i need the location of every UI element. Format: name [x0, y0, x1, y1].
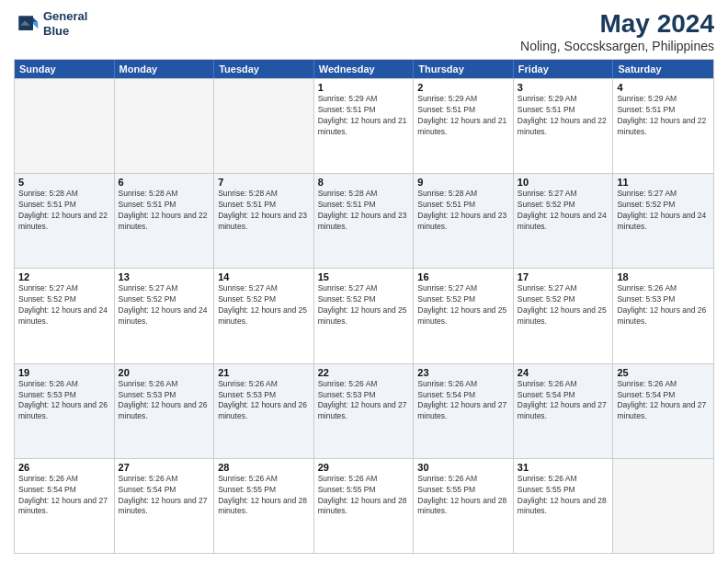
cell-sun-info: Sunrise: 5:27 AM Sunset: 5:52 PM Dayligh…: [518, 189, 609, 233]
cell-sun-info: Sunrise: 5:26 AM Sunset: 5:54 PM Dayligh…: [18, 474, 110, 518]
empty-cell: [115, 79, 215, 173]
cell-sun-info: Sunrise: 5:27 AM Sunset: 5:52 PM Dayligh…: [518, 283, 609, 327]
cell-sun-info: Sunrise: 5:27 AM Sunset: 5:52 PM Dayligh…: [119, 283, 210, 327]
cell-day-number: 19: [18, 367, 110, 378]
calendar-page: General Blue May 2024 Noling, Soccsksarg…: [0, 0, 728, 563]
cell-sun-info: Sunrise: 5:28 AM Sunset: 5:51 PM Dayligh…: [18, 189, 110, 233]
month-title: May 2024: [520, 9, 714, 39]
calendar-row: 5Sunrise: 5:28 AM Sunset: 5:51 PM Daylig…: [15, 173, 713, 268]
weekday-header: Wednesday: [314, 60, 415, 78]
calendar: SundayMondayTuesdayWednesdayThursdayFrid…: [14, 59, 714, 554]
cell-sun-info: Sunrise: 5:27 AM Sunset: 5:52 PM Dayligh…: [617, 189, 710, 233]
calendar-header: SundayMondayTuesdayWednesdayThursdayFrid…: [15, 60, 713, 78]
cell-day-number: 11: [617, 177, 710, 188]
cell-sun-info: Sunrise: 5:26 AM Sunset: 5:53 PM Dayligh…: [617, 283, 710, 327]
cell-day-number: 7: [218, 177, 310, 188]
cell-sun-info: Sunrise: 5:26 AM Sunset: 5:55 PM Dayligh…: [218, 474, 310, 518]
calendar-cell: 26Sunrise: 5:26 AM Sunset: 5:54 PM Dayli…: [15, 459, 115, 553]
empty-cell: [613, 459, 713, 553]
calendar-cell: 14Sunrise: 5:27 AM Sunset: 5:52 PM Dayli…: [214, 269, 314, 362]
weekday-header: Sunday: [15, 60, 115, 78]
calendar-cell: 17Sunrise: 5:27 AM Sunset: 5:52 PM Dayli…: [514, 269, 614, 362]
calendar-cell: 16Sunrise: 5:27 AM Sunset: 5:52 PM Dayli…: [414, 269, 514, 362]
cell-sun-info: Sunrise: 5:26 AM Sunset: 5:54 PM Dayligh…: [417, 379, 509, 423]
calendar-row: 12Sunrise: 5:27 AM Sunset: 5:52 PM Dayli…: [15, 268, 713, 362]
calendar-cell: 23Sunrise: 5:26 AM Sunset: 5:54 PM Dayli…: [414, 364, 514, 458]
cell-day-number: 14: [218, 271, 310, 282]
calendar-cell: 24Sunrise: 5:26 AM Sunset: 5:54 PM Dayli…: [514, 364, 614, 458]
calendar-row: 1Sunrise: 5:29 AM Sunset: 5:51 PM Daylig…: [15, 78, 713, 173]
cell-sun-info: Sunrise: 5:28 AM Sunset: 5:51 PM Dayligh…: [119, 189, 210, 233]
cell-day-number: 25: [617, 367, 710, 378]
calendar-cell: 2Sunrise: 5:29 AM Sunset: 5:51 PM Daylig…: [414, 79, 514, 173]
cell-day-number: 15: [318, 271, 410, 282]
cell-day-number: 20: [119, 367, 210, 378]
cell-day-number: 24: [518, 367, 609, 378]
cell-day-number: 5: [18, 177, 110, 188]
calendar-cell: 12Sunrise: 5:27 AM Sunset: 5:52 PM Dayli…: [15, 269, 115, 362]
logo: General Blue: [14, 9, 87, 38]
cell-day-number: 31: [518, 462, 609, 473]
cell-day-number: 12: [18, 271, 110, 282]
cell-sun-info: Sunrise: 5:29 AM Sunset: 5:51 PM Dayligh…: [318, 94, 410, 138]
calendar-cell: 11Sunrise: 5:27 AM Sunset: 5:52 PM Dayli…: [613, 174, 713, 268]
calendar-cell: 20Sunrise: 5:26 AM Sunset: 5:53 PM Dayli…: [115, 364, 215, 458]
weekday-header: Saturday: [613, 60, 713, 78]
cell-day-number: 2: [417, 82, 509, 93]
calendar-cell: 31Sunrise: 5:26 AM Sunset: 5:55 PM Dayli…: [514, 459, 614, 553]
cell-sun-info: Sunrise: 5:26 AM Sunset: 5:54 PM Dayligh…: [518, 379, 609, 423]
cell-day-number: 13: [119, 271, 210, 282]
empty-cell: [214, 79, 314, 173]
cell-sun-info: Sunrise: 5:26 AM Sunset: 5:53 PM Dayligh…: [119, 379, 210, 423]
cell-sun-info: Sunrise: 5:26 AM Sunset: 5:54 PM Dayligh…: [119, 474, 210, 518]
cell-day-number: 28: [218, 462, 310, 473]
calendar-cell: 6Sunrise: 5:28 AM Sunset: 5:51 PM Daylig…: [115, 174, 215, 268]
title-block: May 2024 Noling, Soccsksargen, Philippin…: [520, 9, 714, 53]
cell-day-number: 6: [119, 177, 210, 188]
calendar-row: 19Sunrise: 5:26 AM Sunset: 5:53 PM Dayli…: [15, 363, 713, 458]
location-title: Noling, Soccsksargen, Philippines: [520, 39, 714, 53]
calendar-cell: 5Sunrise: 5:28 AM Sunset: 5:51 PM Daylig…: [15, 174, 115, 268]
cell-sun-info: Sunrise: 5:29 AM Sunset: 5:51 PM Dayligh…: [617, 94, 710, 138]
cell-sun-info: Sunrise: 5:26 AM Sunset: 5:55 PM Dayligh…: [417, 474, 509, 518]
cell-day-number: 26: [18, 462, 110, 473]
weekday-header: Friday: [514, 60, 614, 78]
empty-cell: [15, 79, 115, 173]
cell-sun-info: Sunrise: 5:26 AM Sunset: 5:55 PM Dayligh…: [518, 474, 609, 518]
cell-day-number: 27: [119, 462, 210, 473]
calendar-row: 26Sunrise: 5:26 AM Sunset: 5:54 PM Dayli…: [15, 458, 713, 553]
calendar-cell: 10Sunrise: 5:27 AM Sunset: 5:52 PM Dayli…: [514, 174, 614, 268]
cell-sun-info: Sunrise: 5:26 AM Sunset: 5:53 PM Dayligh…: [18, 379, 110, 423]
calendar-cell: 13Sunrise: 5:27 AM Sunset: 5:52 PM Dayli…: [115, 269, 215, 362]
cell-sun-info: Sunrise: 5:28 AM Sunset: 5:51 PM Dayligh…: [318, 189, 410, 233]
cell-day-number: 3: [518, 82, 609, 93]
cell-day-number: 4: [617, 82, 710, 93]
calendar-cell: 7Sunrise: 5:28 AM Sunset: 5:51 PM Daylig…: [214, 174, 314, 268]
cell-sun-info: Sunrise: 5:26 AM Sunset: 5:53 PM Dayligh…: [218, 379, 310, 423]
calendar-cell: 29Sunrise: 5:26 AM Sunset: 5:55 PM Dayli…: [314, 459, 415, 553]
calendar-cell: 9Sunrise: 5:28 AM Sunset: 5:51 PM Daylig…: [414, 174, 514, 268]
cell-sun-info: Sunrise: 5:28 AM Sunset: 5:51 PM Dayligh…: [417, 189, 509, 233]
cell-day-number: 16: [417, 271, 509, 282]
cell-sun-info: Sunrise: 5:27 AM Sunset: 5:52 PM Dayligh…: [318, 283, 410, 327]
weekday-header: Tuesday: [214, 60, 314, 78]
cell-day-number: 9: [417, 177, 509, 188]
cell-sun-info: Sunrise: 5:29 AM Sunset: 5:51 PM Dayligh…: [518, 94, 609, 138]
cell-day-number: 10: [518, 177, 609, 188]
cell-sun-info: Sunrise: 5:26 AM Sunset: 5:55 PM Dayligh…: [318, 474, 410, 518]
weekday-header: Thursday: [414, 60, 514, 78]
cell-day-number: 8: [318, 177, 410, 188]
calendar-cell: 25Sunrise: 5:26 AM Sunset: 5:54 PM Dayli…: [613, 364, 713, 458]
calendar-cell: 3Sunrise: 5:29 AM Sunset: 5:51 PM Daylig…: [514, 79, 614, 173]
calendar-cell: 8Sunrise: 5:28 AM Sunset: 5:51 PM Daylig…: [314, 174, 415, 268]
cell-day-number: 30: [417, 462, 509, 473]
calendar-cell: 15Sunrise: 5:27 AM Sunset: 5:52 PM Dayli…: [314, 269, 415, 362]
logo-icon: [14, 11, 40, 37]
cell-day-number: 29: [318, 462, 410, 473]
calendar-cell: 21Sunrise: 5:26 AM Sunset: 5:53 PM Dayli…: [214, 364, 314, 458]
calendar-body: 1Sunrise: 5:29 AM Sunset: 5:51 PM Daylig…: [15, 78, 713, 553]
cell-sun-info: Sunrise: 5:27 AM Sunset: 5:52 PM Dayligh…: [417, 283, 509, 327]
cell-day-number: 17: [518, 271, 609, 282]
cell-sun-info: Sunrise: 5:28 AM Sunset: 5:51 PM Dayligh…: [218, 189, 310, 233]
header: General Blue May 2024 Noling, Soccsksarg…: [14, 9, 714, 53]
